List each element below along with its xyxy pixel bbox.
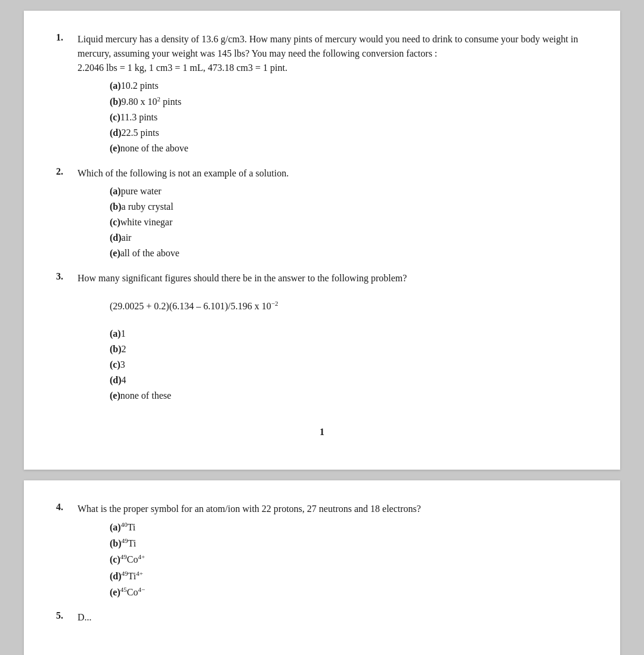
question-4-options: (a)40Ti (b)49Ti (c)49Co4+ (d)49Ti4+ (e)4… xyxy=(110,520,588,600)
option-4b-element: Ti xyxy=(128,538,137,548)
option-1d: (d)22.5 pints xyxy=(110,126,588,140)
q4-main-text: What is the proper symbol for an atom/io… xyxy=(78,504,421,514)
question-3-number: 3. xyxy=(56,271,78,282)
q1-main-text: Liquid mercury has a density of 13.6 g/c… xyxy=(78,34,578,58)
option-1e-label: (e) xyxy=(110,143,120,153)
option-3e-label: (e) xyxy=(110,390,120,401)
option-4b-label: (b) xyxy=(110,538,122,548)
option-1b-label: (b) xyxy=(110,97,122,107)
option-3c-label: (c) xyxy=(110,359,120,370)
question-1-options: (a)10.2 pints (b)9.80 x 102 pints (c)11.… xyxy=(110,79,588,156)
question-2-header: 2. Which of the following is not an exam… xyxy=(56,166,588,181)
option-4c-sup-pre: 49 xyxy=(120,553,127,560)
question-5-header: 5. D... xyxy=(56,610,588,625)
option-4e-sup-post: 4− xyxy=(138,586,145,593)
question-2-number: 2. xyxy=(56,166,78,177)
option-1b-text: 9.80 x 10 xyxy=(122,97,157,107)
option-2b: (b)a ruby crystal xyxy=(110,200,588,214)
option-2a-label: (a) xyxy=(110,186,121,196)
q3-formula-text: (29.0025 + 0.2)(6.134 – 6.101)/5.196 x 1… xyxy=(110,302,271,312)
page-number-1: 1 xyxy=(56,427,588,437)
page-sheet-1: 1. Liquid mercury has a density of 13.6 … xyxy=(24,11,620,470)
option-2b-text: a ruby crystal xyxy=(122,201,174,212)
option-2b-label: (b) xyxy=(110,201,122,212)
question-2: 2. Which of the following is not an exam… xyxy=(56,166,588,260)
option-4a-label: (a) xyxy=(110,522,121,532)
option-4c: (c)49Co4+ xyxy=(110,552,588,567)
option-4d-label: (d) xyxy=(110,571,122,581)
option-1d-label: (d) xyxy=(110,128,122,138)
option-2a: (a)pure water xyxy=(110,184,588,198)
option-4e-element: Co xyxy=(127,587,138,597)
option-3e: (e)none of these xyxy=(110,389,588,403)
question-1-number: 1. xyxy=(56,32,78,43)
q3-main-text: How many significant figures should ther… xyxy=(78,273,407,283)
option-2d-text: air xyxy=(122,232,132,243)
option-1d-text: 22.5 pints xyxy=(122,128,159,138)
q3-formula-sup: −2 xyxy=(271,300,278,307)
question-3: 3. How many significant figures should t… xyxy=(56,271,588,402)
question-3-options: (a)1 (b)2 (c)3 (d)4 (e)none of these xyxy=(110,327,588,403)
option-1c-label: (c) xyxy=(110,112,120,122)
option-3a-text: 1 xyxy=(121,328,126,339)
option-2e: (e)all of the above xyxy=(110,246,588,260)
option-1b-suffix: pints xyxy=(160,97,181,107)
option-4e-sup-pre: 45 xyxy=(120,586,127,593)
option-1c: (c)11.3 pints xyxy=(110,110,588,125)
option-2c-text: white vinegar xyxy=(120,217,173,227)
option-3c-text: 3 xyxy=(120,359,125,370)
question-4-header: 4. What is the proper symbol for an atom… xyxy=(56,502,588,516)
question-4: 4. What is the proper symbol for an atom… xyxy=(56,502,588,600)
option-4d-sup-post: 4+ xyxy=(136,570,143,577)
option-3e-text: none of these xyxy=(120,390,171,401)
option-2e-label: (e) xyxy=(110,248,120,258)
option-4a-sup-pre: 40 xyxy=(121,521,128,528)
q2-main-text: Which of the following is not an example… xyxy=(78,168,289,178)
option-3c: (c)3 xyxy=(110,358,588,372)
option-4d-sup-pre: 49 xyxy=(122,570,128,577)
q1-subtext: 2.2046 lbs = 1 kg, 1 cm3 = 1 mL, 473.18 … xyxy=(78,63,287,73)
question-3-header: 3. How many significant figures should t… xyxy=(56,271,588,285)
option-1a-label: (a) xyxy=(110,80,121,91)
question-3-text: How many significant figures should ther… xyxy=(78,271,588,285)
question-1-header: 1. Liquid mercury has a density of 13.6 … xyxy=(56,32,588,75)
option-4c-element: Co xyxy=(127,555,138,565)
page-container: 1. Liquid mercury has a density of 13.6 … xyxy=(0,0,644,655)
question-4-text: What is the proper symbol for an atom/io… xyxy=(78,502,588,516)
question-5: 5. D... xyxy=(56,610,588,625)
option-3a: (a)1 xyxy=(110,327,588,341)
option-4b: (b)49Ti xyxy=(110,536,588,551)
question-4-number: 4. xyxy=(56,502,78,513)
option-1c-text: 11.3 pints xyxy=(120,112,158,122)
option-2c-label: (c) xyxy=(110,217,120,227)
option-1a-text: 10.2 pints xyxy=(121,80,159,91)
option-3a-label: (a) xyxy=(110,328,121,339)
option-4a-element: Ti xyxy=(128,522,136,532)
option-3b: (b)2 xyxy=(110,342,588,356)
option-1b: (b)9.80 x 102 pints xyxy=(110,94,588,109)
option-4c-label: (c) xyxy=(110,555,120,565)
option-3d-label: (d) xyxy=(110,375,122,385)
option-4d-element: Ti xyxy=(128,571,137,581)
option-4e-label: (e) xyxy=(110,587,120,597)
option-2d-label: (d) xyxy=(110,232,122,243)
page-sheet-2: 4. What is the proper symbol for an atom… xyxy=(24,480,620,655)
option-3b-text: 2 xyxy=(122,344,126,354)
question-5-text: D... xyxy=(78,610,588,625)
option-3d: (d)4 xyxy=(110,373,588,387)
question-1-text: Liquid mercury has a density of 13.6 g/c… xyxy=(78,32,588,75)
question-1: 1. Liquid mercury has a density of 13.6 … xyxy=(56,32,588,156)
option-4e: (e)45Co4− xyxy=(110,585,588,600)
option-4a: (a)40Ti xyxy=(110,520,588,535)
q5-main-text: D... xyxy=(78,612,92,622)
option-2c: (c)white vinegar xyxy=(110,215,588,229)
question-2-options: (a)pure water (b)a ruby crystal (c)white… xyxy=(110,184,588,260)
option-2d: (d)air xyxy=(110,231,588,245)
option-1e: (e)none of the above xyxy=(110,141,588,156)
option-1e-text: none of the above xyxy=(120,143,188,153)
question-2-text: Which of the following is not an example… xyxy=(78,166,588,181)
option-2a-text: pure water xyxy=(121,186,162,196)
question-3-formula: (29.0025 + 0.2)(6.134 – 6.101)/5.196 x 1… xyxy=(110,300,588,312)
option-3d-text: 4 xyxy=(122,375,126,385)
option-1a: (a)10.2 pints xyxy=(110,79,588,93)
